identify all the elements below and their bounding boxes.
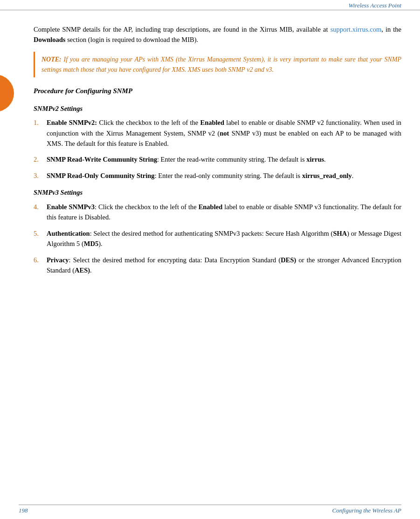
item3-bold2: xirrus_read_only xyxy=(302,172,352,179)
list-item: 6. Privacy: Select the desired method fo… xyxy=(34,255,401,276)
intro-text-after-link: , in the xyxy=(381,26,401,33)
item6-bold: Privacy xyxy=(47,256,69,264)
list-number-2: 2. xyxy=(34,154,47,164)
list-item: 4. Enable SNMPv3: Click the checkbox to … xyxy=(34,202,401,223)
intro-text-end: section (login is required to download t… xyxy=(66,36,199,43)
item1-text1: Click the checkbox to the left of the xyxy=(97,119,200,126)
list-content-4: Enable SNMPv3: Click the checkbox to the… xyxy=(47,202,401,223)
item2-text2: . xyxy=(324,156,326,163)
bottom-border-line xyxy=(19,505,401,505)
item4-text1: : Click the checkbox to the left of the xyxy=(95,203,199,211)
item1-bold3: not xyxy=(220,130,229,137)
intro-paragraph: Complete SNMP details for the AP, includ… xyxy=(34,24,401,45)
header-title: Wireless Access Point xyxy=(349,2,401,9)
list-item: 3. SNMP Read-Only Community String: Ente… xyxy=(34,171,401,181)
list-item: 5. Authentication: Select the desired me… xyxy=(34,228,401,249)
item5-text1: : Select the desired method for authenti… xyxy=(90,230,333,237)
intro-text-before-link: Complete SNMP details for the AP, includ… xyxy=(34,26,330,33)
item5-bold2: SHA xyxy=(333,230,347,237)
snmpv2-heading: SNMPv2 Settings xyxy=(34,103,401,114)
list-content-3: SNMP Read-Only Community String: Enter t… xyxy=(47,171,401,181)
list-content-5: Authentication: Select the desired metho… xyxy=(47,228,401,249)
item5-bold: Authentication xyxy=(47,230,90,237)
item4-bold: Enable SNMPv3 xyxy=(47,203,95,211)
list-item: 2. SNMP Read-Write Community String: Ent… xyxy=(34,154,401,164)
procedure-heading: Procedure for Configuring SNMP xyxy=(34,86,401,96)
item3-text2: . xyxy=(352,172,354,179)
list-number-5: 5. xyxy=(34,228,47,239)
footer-section-title: Configuring the Wireless AP xyxy=(332,507,401,514)
item6-bold2: DES) xyxy=(281,256,296,264)
list-content-1: Enable SNMPv2: Click the checkbox to the… xyxy=(47,117,401,149)
item6-text1: : Select the desired method for encrypti… xyxy=(69,256,281,264)
note-label: NOTE: xyxy=(41,56,62,63)
item5-text3: ). xyxy=(98,240,102,247)
list-number-6: 6. xyxy=(34,255,47,265)
note-text: If you are managing your APs with XMS (t… xyxy=(41,56,401,73)
list-number-4: 4. xyxy=(34,202,47,212)
list-number-3: 3. xyxy=(34,171,47,181)
list-item: 1. Enable SNMPv2: Click the checkbox to … xyxy=(34,117,401,149)
list-content-2: SNMP Read-Write Community String: Enter … xyxy=(47,154,401,164)
item1-bold2: Enabled xyxy=(200,119,224,126)
list-number-1: 1. xyxy=(34,117,47,128)
item2-bold2: xirrus xyxy=(306,156,324,163)
page-footer: 198 Configuring the Wireless AP xyxy=(19,507,401,514)
page-container: Wireless Access Point Complete SNMP deta… xyxy=(0,0,420,519)
item6-bold3: AES) xyxy=(75,266,90,274)
footer-page-number: 198 xyxy=(19,507,28,514)
item3-text1: : Enter the read-only community string. … xyxy=(155,172,302,179)
snmpv2-list: 1. Enable SNMPv2: Click the checkbox to … xyxy=(34,117,401,181)
item1-bold: Enable SNMPv2: xyxy=(47,119,97,126)
item3-bold: SNMP Read-Only Community String xyxy=(47,172,155,179)
top-border-line xyxy=(0,10,420,10)
list-content-6: Privacy: Select the desired method for e… xyxy=(47,255,401,276)
item6-text3: . xyxy=(90,266,92,274)
main-content: Complete SNMP details for the AP, includ… xyxy=(0,11,420,300)
item2-text1: : Enter the read-write community string.… xyxy=(157,156,306,163)
support-link[interactable]: support.xirrus.com xyxy=(330,26,382,33)
item4-bold2: Enabled xyxy=(199,203,223,211)
snmpv3-list: 4. Enable SNMPv3: Click the checkbox to … xyxy=(34,202,401,276)
snmpv3-heading: SNMPv3 Settings xyxy=(34,187,401,198)
item2-bold: SNMP Read-Write Community String xyxy=(47,156,157,163)
downloads-bold: Downloads xyxy=(34,36,66,43)
note-box: NOTE: If you are managing your APs with … xyxy=(34,52,401,77)
item5-bold3: MD5 xyxy=(84,240,98,247)
